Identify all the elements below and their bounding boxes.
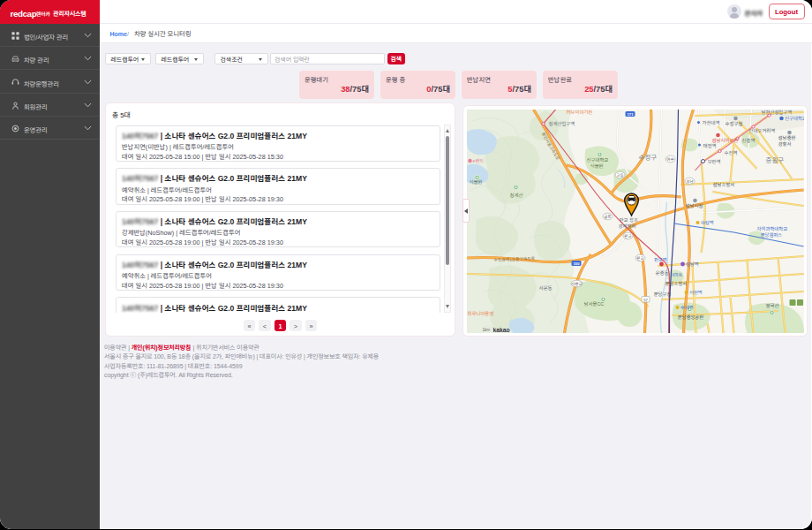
svg-text:고등: 고등	[616, 172, 623, 178]
svg-text:야탑역: 야탑역	[701, 219, 714, 226]
svg-text:성남소방서: 성남소방서	[712, 181, 734, 188]
svg-text:청계산: 청계산	[509, 192, 523, 199]
svg-text:수정구: 수정구	[638, 152, 657, 162]
svg-text:가천대역: 가천대역	[702, 119, 719, 126]
svg-text:성남: 성남	[686, 178, 693, 184]
svg-text:신흥역: 신흥역	[741, 137, 755, 144]
svg-text:경제밸리: 경제밸리	[618, 223, 635, 230]
svg-text:운중동: 운중동	[655, 269, 668, 276]
svg-text:수내역: 수내역	[680, 304, 694, 311]
svg-text:성남시의료원: 성남시의료원	[711, 137, 738, 144]
svg-text:식물원: 식물원	[469, 178, 482, 186]
svg-text:분당소방서: 분당소방서	[665, 280, 687, 287]
svg-text:서운교: 서운교	[571, 281, 582, 286]
svg-text:불곡산: 불곡산	[765, 302, 778, 309]
svg-text:판교: 판교	[624, 233, 631, 238]
svg-text:e랜드: e랜드	[472, 157, 484, 164]
svg-text:경찰서: 경찰서	[778, 140, 791, 148]
svg-text:1km: 1km	[482, 327, 490, 332]
svg-text:청계산입구역: 청계산입구역	[548, 120, 575, 127]
svg-text:서운동: 서운동	[538, 284, 552, 292]
svg-text:식물원: 식물원	[590, 163, 603, 170]
svg-text:판교역: 판교역	[654, 256, 667, 263]
svg-text:모란역: 모란역	[707, 158, 720, 165]
svg-text:100: 100	[573, 261, 580, 266]
svg-text:신구대학교: 신구대학교	[785, 115, 804, 122]
svg-text:수진역: 수진역	[724, 149, 737, 156]
svg-text:남서울CC: 남서울CC	[583, 300, 604, 307]
svg-text:금토: 금토	[604, 214, 611, 219]
svg-text:단대오거리역: 단대오거리역	[748, 127, 775, 134]
svg-text:171: 171	[627, 111, 634, 117]
svg-text:분당중앙공원: 분당중앙공원	[677, 314, 703, 321]
svg-text:여수: 여수	[666, 156, 674, 162]
svg-text:서현역: 서현역	[689, 289, 703, 296]
svg-text:판교: 판교	[636, 255, 643, 261]
svg-text:수정구청: 수정구청	[725, 120, 742, 127]
svg-text:허브이야기원: 허브이야기원	[566, 110, 592, 116]
svg-text:분당구청: 분당구청	[653, 291, 671, 298]
svg-text:분당캠퍼스: 분당캠퍼스	[760, 231, 782, 238]
svg-text:성남역: 성남역	[686, 261, 699, 268]
svg-text:중원구: 중원구	[765, 155, 784, 164]
svg-text:뫼루니아울렛: 뫼루니아울렛	[467, 310, 493, 317]
svg-text:이마트: 이마트	[670, 271, 682, 277]
svg-text:성남시청: 성남시청	[685, 202, 703, 209]
svg-text:kakao: kakao	[492, 325, 509, 333]
svg-text:57: 57	[643, 297, 648, 302]
